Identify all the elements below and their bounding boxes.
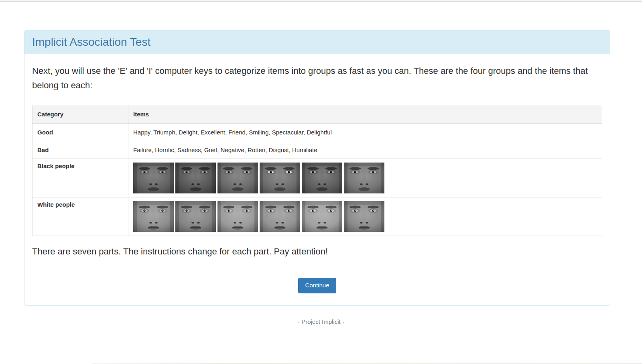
categories-table: Category Items Good Happy, Triumph, Deli… — [32, 105, 602, 236]
top-bar — [0, 0, 642, 2]
face-image — [175, 201, 216, 232]
face-image — [260, 201, 300, 232]
category-label-bad: Bad — [33, 141, 128, 159]
panel-body: Next, you will use the 'E' and 'I' compu… — [24, 54, 610, 305]
face-image — [217, 201, 258, 232]
face-image — [175, 163, 216, 193]
items-white-people — [128, 197, 602, 236]
table-row-good: Good Happy, Triumph, Delight, Excellent,… — [33, 124, 602, 141]
table-row-white-people: White people — [33, 197, 602, 236]
items-black-people — [128, 159, 602, 197]
table-row-bad: Bad Failure, Horrific, Sadness, Grief, N… — [33, 141, 602, 159]
category-label-white-people: White people — [33, 197, 128, 236]
items-bad: Failure, Horrific, Sadness, Grief, Negat… — [128, 141, 602, 159]
project-implicit-link[interactable]: Project Implicit — [301, 318, 341, 325]
table-row-black-people: Black people — [33, 159, 602, 197]
footer-dot-right: · — [341, 318, 346, 325]
face-image — [260, 163, 300, 193]
page-title: Implicit Association Test — [32, 36, 602, 49]
black-people-face-images — [133, 163, 597, 193]
footer-dot-left: · — [296, 318, 301, 325]
panel-heading: Implicit Association Test — [24, 31, 610, 54]
face-image — [217, 163, 258, 193]
continue-button[interactable]: Continue — [298, 278, 336, 293]
face-image — [133, 201, 174, 232]
footer: ·Project Implicit· — [0, 318, 642, 325]
parts-note: There are seven parts. The instructions … — [32, 246, 602, 257]
column-header-category: Category — [33, 105, 128, 124]
category-label-good: Good — [33, 124, 128, 141]
face-image — [344, 163, 384, 193]
face-image — [344, 201, 384, 232]
face-image — [133, 163, 174, 193]
iat-panel: Implicit Association Test Next, you will… — [24, 30, 610, 306]
category-label-black-people: Black people — [33, 159, 128, 197]
column-header-items: Items — [128, 105, 602, 124]
items-good: Happy, Triumph, Delight, Excellent, Frie… — [128, 124, 602, 141]
face-image — [302, 201, 342, 232]
face-image — [302, 163, 342, 193]
intro-text: Next, you will use the 'E' and 'I' compu… — [32, 64, 602, 93]
table-header-row: Category Items — [33, 105, 602, 124]
button-row: Continue — [32, 278, 602, 293]
white-people-face-images — [133, 201, 597, 232]
